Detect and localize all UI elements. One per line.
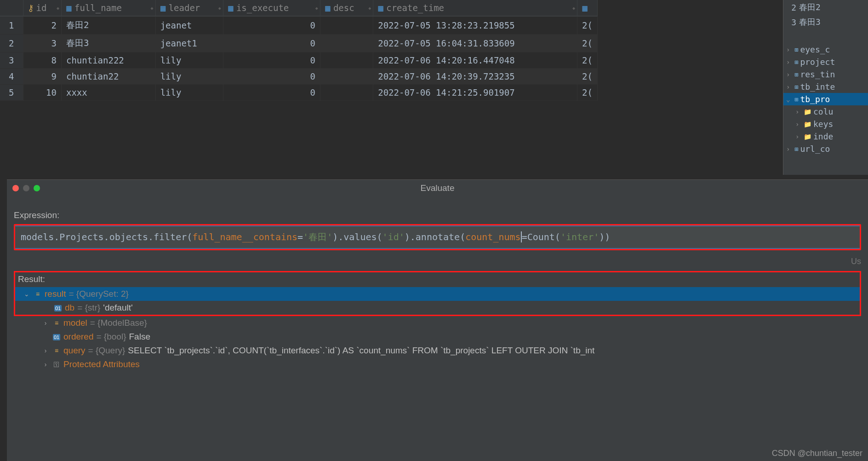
cell-overflow[interactable]: 2( [577,85,598,101]
table-row[interactable]: 49chuntian22lily02022-07-06 14:20:39.723… [0,69,598,85]
col-is-execute[interactable]: ▦is_execute◆ [223,0,320,16]
node-name: model [63,318,87,328]
cell-is-execute[interactable]: 0 [223,85,320,101]
chevron-right-icon[interactable] [786,145,793,153]
chevron-icon[interactable]: ⌄ [23,290,31,298]
cell-overflow[interactable]: 2( [577,35,598,52]
close-button[interactable] [12,185,19,191]
cell-id[interactable]: 10 [23,85,61,101]
peek-row[interactable]: 2春田2 [783,0,868,15]
cell-leader[interactable]: lily [155,69,223,85]
cell-desc[interactable] [320,35,373,52]
table-row[interactable]: 38chuntian222lily02022-07-06 14:20:16.44… [0,52,598,69]
db-tree-item[interactable]: ⊞project [783,56,868,68]
col-create-time[interactable]: ▦create_time◆ [373,0,577,16]
cell-create-time[interactable]: 2022-07-06 14:20:39.723235 [373,69,577,85]
col-id[interactable]: ⚷id◆ [23,0,61,16]
cell-create-time[interactable]: 2022-07-05 13:28:23.219855 [373,16,577,35]
sort-icon[interactable]: ◆ [151,6,153,11]
chevron-right-icon[interactable] [786,46,793,53]
db-tree-item[interactable]: 📁colu [783,105,868,118]
sort-icon[interactable]: ◆ [218,6,220,11]
cell-is-execute[interactable]: 0 [223,52,320,69]
binary-icon: 01 [52,333,61,340]
cell-overflow[interactable]: 2( [577,16,598,35]
cell-is-execute[interactable]: 0 [223,35,320,52]
expression-input[interactable]: models.Projects.objects.filter(full_name… [15,225,860,249]
db-tree-item[interactable]: 📁keys [783,118,868,130]
chevron-icon[interactable]: › [41,319,50,327]
result-tree-node[interactable]: 01ordered = {bool} False [14,330,861,344]
cell-desc[interactable] [320,16,373,35]
dialog-titlebar[interactable]: Evaluate [7,180,868,196]
db-tree-item[interactable]: ⊞res_tin [783,68,868,81]
cell-id[interactable]: 8 [23,52,61,69]
chevron-right-icon[interactable] [786,58,793,66]
cell-full-name[interactable]: 春田3 [61,35,155,52]
field-icon: ▦ [227,3,234,13]
chevron-down-icon[interactable] [786,96,793,103]
node-name: ordered [63,332,94,342]
cell-overflow[interactable]: 2( [577,69,598,85]
table-icon: ⊞ [794,46,798,53]
cell-leader[interactable]: jeanet [155,16,223,35]
field-icon: ▦ [65,3,73,13]
result-tree-node[interactable]: ›≡query = {Query} SELECT `tb_projects`.`… [14,344,861,357]
cell-desc[interactable] [320,69,373,85]
db-tree-item[interactable]: ⊞eyes_c [783,43,868,56]
minimize-button[interactable] [23,185,29,191]
result-tree-node[interactable]: 01db = {str} 'default' [15,301,860,315]
window-controls [12,185,40,191]
cell-full-name[interactable]: chuntian222 [61,52,155,69]
cell-leader[interactable]: jeanet1 [155,35,223,52]
result-tree-node[interactable]: ⌄≡result = {QuerySet: 2} [15,287,860,301]
sort-icon[interactable]: ◆ [572,6,574,11]
table-row[interactable]: 510xxxxlily02022-07-06 14:21:25.9019072( [0,85,598,101]
cell-leader[interactable]: lily [155,52,223,69]
cell-desc[interactable] [320,85,373,101]
cell-leader[interactable]: lily [155,85,223,101]
cell-full-name[interactable]: chuntian22 [61,69,155,85]
peek-row[interactable]: 3春田3 [783,15,868,29]
table-row[interactable]: 12春田2jeanet02022-07-05 13:28:23.2198552( [0,16,598,35]
chevron-right-icon[interactable] [786,71,793,78]
cell-create-time[interactable]: 2022-07-06 14:21:25.901907 [373,85,577,101]
sort-icon[interactable]: ◆ [368,6,370,11]
db-tree-item[interactable]: 📁inde [783,130,868,143]
table-row[interactable]: 23春田3jeanet102022-07-05 16:04:31.8336092… [0,35,598,52]
cell-create-time[interactable]: 2022-07-06 14:20:16.447048 [373,52,577,69]
cell-id[interactable]: 9 [23,69,61,85]
col-leader[interactable]: ▦leader◆ [155,0,223,16]
col-overflow[interactable]: ▦ [577,0,598,16]
chevron-icon[interactable]: › [41,347,50,354]
db-tree-item[interactable]: ⊞tb_inte [783,81,868,93]
cell-is-execute[interactable]: 0 [223,16,320,35]
col-rownum[interactable] [0,0,23,16]
expression-label: Expression: [14,210,861,220]
maximize-button[interactable] [34,185,40,191]
tree-item-label: colu [813,107,833,116]
cell-is-execute[interactable]: 0 [223,69,320,85]
sort-icon[interactable]: ◆ [57,6,58,11]
col-full-name[interactable]: ▦full_name◆ [61,0,155,16]
result-tree-node[interactable]: ›⚿Protected Attributes [14,357,861,371]
tree-item-label: project [800,57,835,67]
cell-create-time[interactable]: 2022-07-05 16:04:31.833609 [373,35,577,52]
cell-full-name[interactable]: xxxx [61,85,155,101]
db-tree-item[interactable]: ⊞url_co [783,143,868,155]
chevron-right-icon[interactable] [795,108,802,115]
chevron-right-icon[interactable] [786,83,793,91]
chevron-icon[interactable]: › [41,361,50,368]
cell-id[interactable]: 2 [23,16,61,35]
cell-full-name[interactable]: 春田2 [61,16,155,35]
cell-desc[interactable] [320,52,373,69]
table-icon: ⊞ [794,58,798,66]
result-tree-node[interactable]: ›≡model = {ModelBase} [14,316,861,330]
cell-id[interactable]: 3 [23,35,61,52]
chevron-right-icon[interactable] [795,121,802,128]
chevron-right-icon[interactable] [795,133,802,140]
cell-overflow[interactable]: 2( [577,52,598,69]
sort-icon[interactable]: ◆ [315,6,317,11]
col-desc[interactable]: ▦desc◆ [320,0,373,16]
db-tree-item[interactable]: ⊞tb_pro [783,93,868,105]
